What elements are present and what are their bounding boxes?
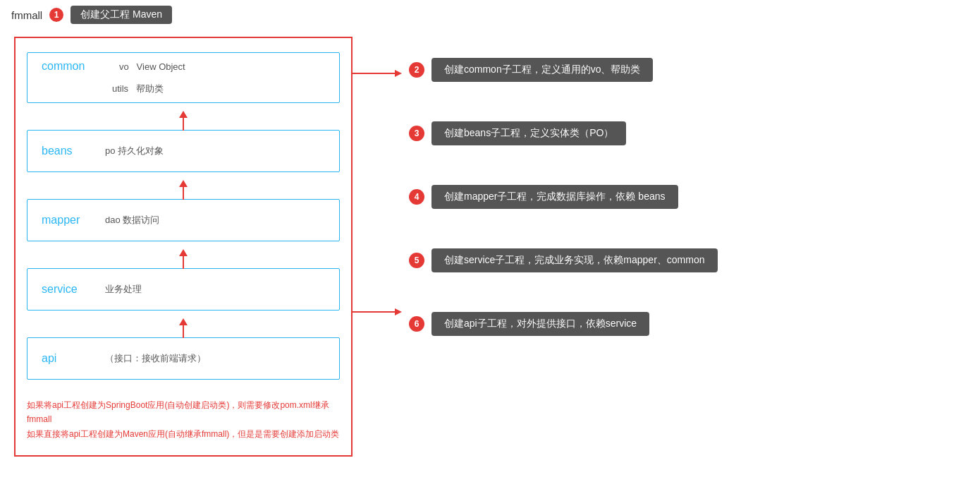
step-desc-3: 创建beans子工程，定义实体类（PO） <box>431 121 626 145</box>
step-row-4: 4 创建mapper子工程，完成数据库操作，依赖 beans <box>409 185 966 209</box>
header-tag-label: 创建父工程 Maven <box>71 6 172 24</box>
app-header: fmmall 1 创建父工程 Maven <box>0 0 980 30</box>
arrow-head-mapper <box>179 180 188 187</box>
step-row-5: 5 创建service子工程，完成业务实现，依赖mapper、common <box>409 248 966 272</box>
module-desc-mapper: dao 数据访问 <box>105 214 159 227</box>
step-badge-4: 4 <box>409 189 424 205</box>
footnote-line-1: 如果将api工程创建为SpringBoot应用(自动创建启动类)，则需要修改po… <box>27 398 340 427</box>
step-badge-1: 1 <box>49 8 63 22</box>
left-panel: common vo View Object utils 帮助类 <box>14 37 353 457</box>
arrow-head-service <box>179 249 188 256</box>
main-layout: common vo View Object utils 帮助类 <box>0 30 980 464</box>
module-box-beans: beans po 持久化对象 <box>27 130 340 172</box>
step-row-3: 3 创建beans子工程，定义实体类（PO） <box>409 121 966 145</box>
module-box-mapper: mapper dao 数据访问 <box>27 199 340 241</box>
svg-marker-3 <box>395 308 402 315</box>
module-box-common: common vo View Object utils 帮助类 <box>27 52 340 103</box>
arrow-head-beans <box>179 111 188 118</box>
step-desc-2: 创建common子工程，定义通用的vo、帮助类 <box>431 58 653 82</box>
step-row-6: 6 创建api子工程，对外提供接口，依赖service <box>409 312 966 336</box>
step-badge-5: 5 <box>409 253 424 268</box>
module-box-service: service 业务处理 <box>27 268 340 311</box>
module-box-api: api （接口：接收前端请求） <box>27 337 340 380</box>
module-desc-common-2: utils 帮助类 <box>112 83 164 95</box>
step-badge-2: 2 <box>409 62 424 78</box>
module-desc-beans: po 持久化对象 <box>105 145 164 157</box>
step-desc-6: 创建api子工程，对外提供接口，依赖service <box>431 312 649 336</box>
module-name-service: service <box>42 283 98 296</box>
arrow-head-api <box>179 318 188 325</box>
step-row-2: 2 创建common子工程，定义通用的vo、帮助类 <box>409 58 966 82</box>
module-name-beans: beans <box>42 145 98 157</box>
module-name-mapper: mapper <box>42 214 98 227</box>
footnote: 如果将api工程创建为SpringBoot应用(自动创建启动类)，则需要修改po… <box>27 398 340 441</box>
module-desc-api: （接口：接收前端请求） <box>105 352 206 365</box>
app-name: fmmall <box>11 9 42 21</box>
steps-list: 2 创建common子工程，定义通用的vo、帮助类 3 创建beans子工程，定… <box>409 37 966 336</box>
module-desc-common-1: vo View Object <box>119 61 185 72</box>
step-badge-3: 3 <box>409 126 424 141</box>
footnote-line-2: 如果直接将api工程创建为Maven应用(自动继承fmmall)，但是是需要创建… <box>27 427 340 441</box>
step-badge-6: 6 <box>409 316 424 332</box>
module-desc-service: 业务处理 <box>105 283 142 296</box>
step-desc-5: 创建service子工程，完成业务实现，依赖mapper、common <box>431 248 718 272</box>
connector-svg <box>353 37 409 457</box>
module-name-common: common <box>42 60 98 73</box>
connector-and-right: 2 创建common子工程，定义通用的vo、帮助类 3 创建beans子工程，定… <box>353 37 966 457</box>
svg-marker-1 <box>395 70 402 77</box>
step-desc-4: 创建mapper子工程，完成数据库操作，依赖 beans <box>431 185 678 209</box>
module-name-api: api <box>42 352 98 365</box>
